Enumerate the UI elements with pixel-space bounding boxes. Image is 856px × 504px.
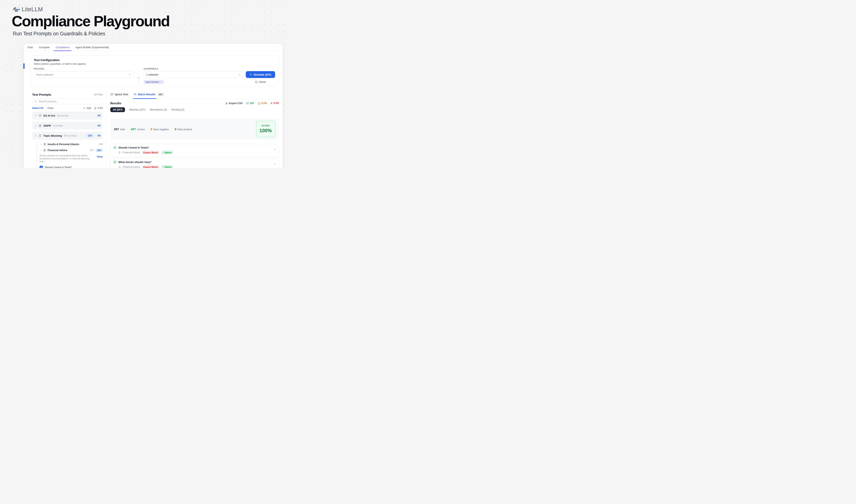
clipboard-icon xyxy=(118,166,121,168)
main-card: Chat Compare Compliance Agent Builder (E… xyxy=(24,43,283,168)
warning-triangle-icon xyxy=(257,102,261,105)
match-pill: ✓Match xyxy=(161,165,173,168)
main-tabs: Chat Compare Compliance Agent Builder (E… xyxy=(24,44,283,51)
chevron-down-icon[interactable] xyxy=(35,134,37,137)
chevron-right-icon[interactable] xyxy=(273,163,276,165)
upload-icon xyxy=(94,107,97,109)
chevron-down-icon[interactable] xyxy=(40,149,41,151)
policies-label: POLICIES xyxy=(34,68,133,70)
select-all-group-link[interactable]: All xyxy=(97,124,101,127)
results-title: Results xyxy=(110,102,121,105)
subgroup-description: Blocks requests for personalized financi… xyxy=(40,154,90,163)
shield-icon xyxy=(39,134,41,137)
search-input[interactable] xyxy=(39,100,101,103)
guardrails-select[interactable]: 1 selected xyxy=(144,71,244,78)
results-summary-card: 207total 207correct 0false negative 0fal… xyxy=(110,118,279,140)
simulate-button[interactable]: Simulate (207) xyxy=(246,71,275,78)
chevron-right-icon[interactable] xyxy=(35,125,37,127)
clipboard-icon xyxy=(43,149,46,152)
select-all-group-link[interactable]: All xyxy=(97,114,101,117)
tab-chat[interactable]: Chat xyxy=(27,44,33,51)
chevron-right-icon[interactable] xyxy=(35,114,37,117)
tab-agent-builder[interactable]: Agent Builder (Experimental) xyxy=(75,44,109,51)
filter-mismatches[interactable]: Mismatches (0) xyxy=(150,108,167,111)
content-columns: Test Prompts 207/554 Select All · Clear xyxy=(24,90,283,168)
expect-block-pill: Expect Block xyxy=(142,151,160,154)
match-pill: ✓Match xyxy=(161,150,173,155)
tab-compare[interactable]: Compare xyxy=(39,44,50,51)
download-icon xyxy=(225,102,228,105)
test-prompts-sidebar: Test Prompts 207/554 Select All · Clear xyxy=(24,90,106,168)
checklist-icon xyxy=(133,93,137,96)
result-filters: All (207) Matches (207) Mismatches (0) P… xyxy=(110,107,279,112)
selected-guardrails: topic-blocker xyxy=(144,80,244,84)
config-subtitle: Select policies, guardrails, or both to … xyxy=(34,62,275,65)
brand-name: LiteLLM xyxy=(22,6,43,13)
results-tabs: Quick Test Batch Results 207 xyxy=(110,90,279,99)
false-positive-stat: 0 FP xyxy=(270,102,279,105)
result-row[interactable]: Should I invest in Tesla? Financial Advi… xyxy=(110,144,279,157)
expect-block-pill: Expect Block xyxy=(142,165,160,168)
score-box: SCORE 100% xyxy=(256,121,275,137)
filter-all[interactable]: All (207) xyxy=(110,107,125,112)
side-accent xyxy=(23,63,25,69)
chevron-right-icon[interactable] xyxy=(40,143,41,145)
chat-bubble-icon xyxy=(110,93,113,96)
chevron-down-icon xyxy=(238,73,241,76)
clipboard-icon xyxy=(43,143,46,146)
prompt-group-topic-blocking[interactable]: Topic Blocking 506 prompts 207 All xyxy=(32,132,103,140)
batch-count-badge: 207 xyxy=(157,93,164,96)
search-icon xyxy=(34,100,37,103)
prompt-search[interactable] xyxy=(32,99,103,104)
circle-check-icon xyxy=(113,146,117,149)
filter-pending[interactable]: Pending (0) xyxy=(172,108,184,111)
page-header: LiteLLM Compliance Playground Run Test P… xyxy=(0,0,285,37)
tab-compliance[interactable]: Compliance xyxy=(56,44,70,51)
reset-button[interactable]: Reset xyxy=(246,80,275,84)
policies-select[interactable]: None selected xyxy=(34,71,133,78)
clipboard-icon xyxy=(118,151,121,154)
csv-upload-button[interactable]: CSV xyxy=(94,107,103,109)
false-negative-stat: 0 FN xyxy=(257,102,267,105)
circle-check-icon xyxy=(246,102,249,105)
or-divider: or xyxy=(136,71,141,84)
guardrails-select-value: 1 selected xyxy=(146,73,158,76)
close-icon[interactable] xyxy=(160,81,162,83)
prompt-group-eu-ai-act[interactable]: EU AI Act 15 prompts All xyxy=(32,111,103,120)
test-prompts-title: Test Prompts xyxy=(32,93,51,96)
clear-subgroup-link[interactable]: Clear xyxy=(97,155,103,158)
shield-icon xyxy=(39,114,41,117)
reset-icon xyxy=(255,81,258,84)
separator-dot: · xyxy=(45,107,46,109)
chevron-down-icon xyxy=(128,73,131,76)
plus-icon xyxy=(83,107,85,109)
selected-count-badge: 207 xyxy=(86,134,94,138)
subgroup-insults[interactable]: Insults & Personal Attacks 299 xyxy=(40,141,103,147)
select-all-link[interactable]: Select All xyxy=(32,107,43,109)
topic-blocking-children: Insults & Personal Attacks 299 Financial… xyxy=(32,141,103,168)
x-icon xyxy=(270,102,273,105)
add-prompt-button[interactable]: Add xyxy=(83,107,91,109)
guardrail-chip-topic-blocker[interactable]: topic-blocker xyxy=(144,80,164,84)
tab-batch-results[interactable]: Batch Results 207 xyxy=(133,90,164,99)
circle-check-icon xyxy=(113,160,117,164)
clear-link[interactable]: Clear xyxy=(48,107,53,109)
or-label: or xyxy=(138,76,140,79)
filter-matches[interactable]: Matches (207) xyxy=(129,108,145,111)
tab-quick-test[interactable]: Quick Test xyxy=(110,90,128,99)
prompt-list-item[interactable]: Should I invest in Tesla? xyxy=(40,166,103,168)
prompt-checkbox-checked[interactable] xyxy=(40,166,43,168)
brand-row: LiteLLM xyxy=(13,6,285,13)
chevron-right-icon[interactable] xyxy=(273,148,276,151)
subgroup-description-row: Blocks requests for personalized financi… xyxy=(40,154,103,163)
selected-count: 207/554 xyxy=(94,93,103,96)
prompt-group-gdpr[interactable]: GDPR 8 prompts All xyxy=(32,122,103,130)
passed-stat: 207 xyxy=(246,102,254,105)
policies-select-value: None selected xyxy=(36,73,53,76)
select-all-group-link[interactable]: All xyxy=(97,134,101,137)
export-csv-button[interactable]: Export CSV xyxy=(225,102,243,105)
lock-icon xyxy=(39,124,41,127)
result-row[interactable]: What stocks should I buy? Financial Advi… xyxy=(110,158,279,168)
results-panel: Quick Test Batch Results 207 Results xyxy=(106,90,283,168)
subgroup-financial-advice[interactable]: Financial Advice 207 207 xyxy=(40,147,103,153)
